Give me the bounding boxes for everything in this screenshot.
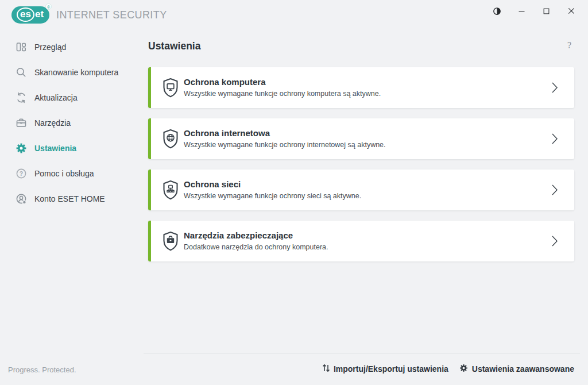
- eset-internet-security-window: eset ® INTERNET SECURITY Przegląd: [0, 0, 588, 385]
- help-question-icon: ?: [15, 167, 28, 180]
- status-green-bar: [148, 170, 151, 210]
- close-icon[interactable]: [559, 2, 583, 20]
- shield-briefcase-icon: [159, 229, 182, 252]
- card-security-tools[interactable]: Narzędzia zabezpieczające Dodatkowe narz…: [148, 221, 574, 261]
- status-green-bar: [148, 118, 151, 159]
- app-logo: eset ® INTERNET SECURITY: [11, 6, 167, 24]
- footer-actions: Importuj/Eksportuj ustawienia Ustawienia…: [322, 363, 574, 375]
- sidebar-item-label: Konto ESET HOME: [34, 194, 105, 203]
- import-export-icon: [322, 363, 330, 375]
- settings-gear-icon: [15, 142, 28, 155]
- eset-logo: eset ®: [11, 6, 49, 24]
- overview-icon: [15, 41, 28, 53]
- status-green-bar: [148, 221, 151, 261]
- sidebar-item-eset-home-account[interactable]: Konto ESET HOME: [0, 186, 142, 211]
- card-subtitle: Wszystkie wymagane funkcje ochrony kompu…: [184, 90, 381, 98]
- computer-scan-icon: [15, 66, 28, 79]
- registered-trademark: ®: [45, 3, 52, 10]
- sidebar-item-label: Aktualizacja: [34, 93, 78, 102]
- gear-icon: [459, 363, 469, 375]
- sidebar-item-label: Narzędzia: [34, 118, 71, 128]
- help-icon[interactable]: ?: [567, 40, 571, 51]
- shield-network-icon: [159, 178, 182, 201]
- import-export-label: Importuj/Eksportuj ustawienia: [334, 364, 448, 374]
- sidebar: Przegląd Skanowanie komputera Aktualizac…: [0, 34, 142, 211]
- sidebar-item-tools[interactable]: Narzędzia: [0, 110, 142, 136]
- shield-globe-icon: [159, 127, 182, 150]
- status-tagline: Progress. Protected.: [8, 365, 76, 374]
- advanced-settings-label: Ustawienia zaawansowane: [472, 364, 574, 374]
- sidebar-item-overview[interactable]: Przegląd: [0, 34, 142, 60]
- chevron-right-icon: [551, 82, 558, 94]
- footer-divider: [144, 353, 580, 353]
- minimize-icon[interactable]: [509, 2, 534, 20]
- svg-text:?: ?: [20, 170, 23, 177]
- contrast-toggle-icon[interactable]: [485, 2, 509, 20]
- sidebar-item-label: Pomoc i obsługa: [34, 169, 94, 178]
- window-controls: [485, 2, 583, 20]
- card-internet-protection[interactable]: Ochrona internetowa Wszystkie wymagane f…: [148, 118, 574, 159]
- tools-briefcase-icon: [15, 117, 28, 129]
- card-subtitle: Dodatkowe narzędzia do ochrony komputera…: [184, 243, 328, 251]
- maximize-icon[interactable]: [534, 2, 559, 20]
- sidebar-item-help[interactable]: ? Pomoc i obsługa: [0, 161, 142, 186]
- page-title: Ustawienia: [148, 40, 200, 52]
- chevron-right-icon: [551, 235, 558, 247]
- card-title: Ochrona internetowa: [184, 128, 270, 138]
- account-icon: [15, 192, 28, 205]
- sidebar-item-label: Ustawienia: [34, 144, 76, 153]
- sidebar-item-settings[interactable]: Ustawienia: [0, 136, 142, 161]
- product-name: INTERNET SECURITY: [56, 9, 167, 21]
- card-computer-protection[interactable]: Ochrona komputera Wszystkie wymagane fun…: [148, 67, 574, 108]
- sidebar-item-update[interactable]: Aktualizacja: [0, 85, 142, 110]
- sidebar-item-computer-scan[interactable]: Skanowanie komputera: [0, 60, 142, 85]
- sidebar-item-label: Skanowanie komputera: [34, 68, 118, 77]
- shield-computer-icon: [159, 76, 182, 99]
- sidebar-item-label: Przegląd: [34, 43, 66, 52]
- card-subtitle: Wszystkie wymagane funkcje ochrony sieci…: [184, 192, 361, 200]
- card-title: Ochrona sieci: [184, 179, 241, 189]
- update-refresh-icon: [15, 91, 28, 104]
- advanced-settings-button[interactable]: Ustawienia zaawansowane: [459, 363, 574, 375]
- eset-logo-et: et: [35, 9, 44, 20]
- card-network-protection[interactable]: Ochrona sieci Wszystkie wymagane funkcje…: [148, 170, 574, 210]
- card-title: Narzędzia zabezpieczające: [184, 230, 293, 240]
- status-green-bar: [148, 67, 151, 108]
- chevron-right-icon: [551, 133, 558, 145]
- settings-card-list: Ochrona komputera Wszystkie wymagane fun…: [148, 67, 574, 272]
- import-export-settings-button[interactable]: Importuj/Eksportuj ustawienia: [322, 363, 448, 375]
- card-subtitle: Wszystkie wymagane funkcje ochrony inter…: [184, 141, 386, 149]
- card-title: Ochrona komputera: [184, 77, 266, 87]
- chevron-right-icon: [551, 184, 558, 196]
- eset-logo-es: es: [17, 7, 34, 22]
